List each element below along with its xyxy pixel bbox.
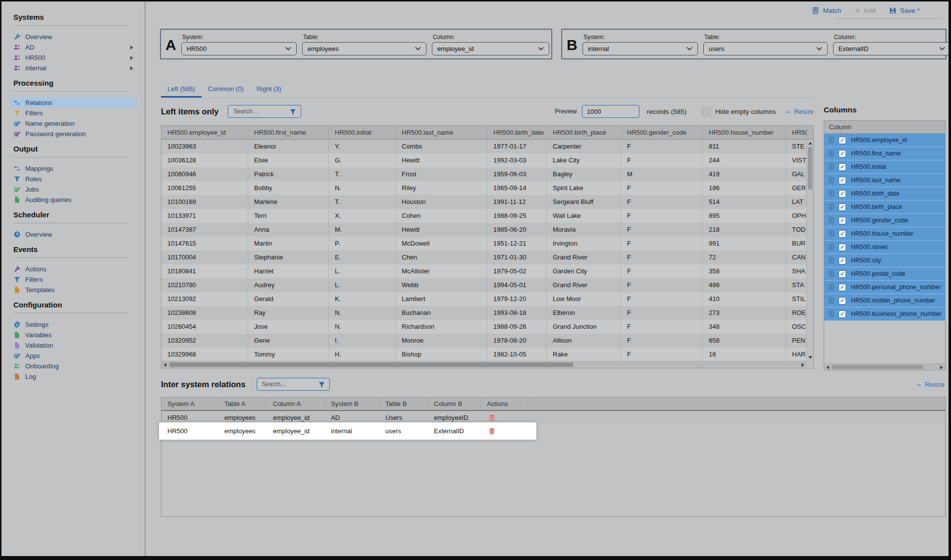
table-row[interactable]: 10320952GeneI.Monroe1978-08-20AllisonF65… bbox=[161, 334, 806, 348]
column-b-select[interactable]: ExternalID bbox=[833, 42, 951, 55]
scroll-up-arrow[interactable] bbox=[808, 142, 812, 145]
left-items-search[interactable] bbox=[228, 105, 301, 118]
column-header-hr500-last-name[interactable]: HR500.last_name bbox=[396, 126, 487, 139]
sidebar-item-apps[interactable]: Apps bbox=[10, 351, 137, 361]
sidebar-item-overview[interactable]: Overview bbox=[10, 32, 137, 42]
match-button[interactable]: Match bbox=[812, 7, 841, 14]
horizontal-scroll-thumb[interactable] bbox=[169, 362, 573, 367]
column-a-select[interactable]: employee_id bbox=[432, 42, 549, 55]
save-button[interactable]: Save * bbox=[889, 7, 920, 14]
table-row[interactable]: 10260454JoseN.Richardson1988-09-26Grand … bbox=[161, 320, 806, 334]
table-row[interactable]: 10238608RayN.Buchanan1993-08-18ElberonF2… bbox=[161, 306, 806, 320]
scroll-right-arrow[interactable] bbox=[801, 363, 804, 367]
relation-row[interactable]: HR500employeesemployee_idADUsersemployee… bbox=[161, 411, 945, 424]
table-row[interactable]: 10170004StephanieE.Chen1971-01-30Grand R… bbox=[161, 251, 806, 264]
column-item-hr500-mobile-phone-number[interactable]: ✓HR500.mobile_phone_number bbox=[824, 294, 945, 307]
column-item-hr500-street[interactable]: ✓HR500.street bbox=[824, 241, 945, 254]
columns-horizontal-scrollbar[interactable] bbox=[824, 363, 945, 370]
sidebar-item-actions[interactable]: Actions bbox=[10, 264, 137, 274]
sidebar-item-jobs[interactable]: Jobs bbox=[10, 184, 137, 195]
checkbox-checked[interactable]: ✓ bbox=[839, 137, 846, 144]
scroll-left-arrow[interactable] bbox=[826, 365, 829, 369]
relations-resize-link[interactable]: ⇔ Resize bbox=[915, 381, 945, 388]
column-header-hr500-initial[interactable]: HR500.initial bbox=[329, 126, 396, 139]
sidebar-item-validation[interactable]: Validation bbox=[10, 340, 137, 351]
column-item-hr500-postal-code[interactable]: ✓HR500.postal_code bbox=[824, 267, 945, 281]
table-row[interactable]: 10100169MarleneT.Houston1991-11-12Sergea… bbox=[161, 195, 806, 209]
column-item-hr500-birth-place[interactable]: ✓HR500.birth_place bbox=[824, 201, 945, 214]
table-a-select[interactable]: employees bbox=[302, 42, 426, 55]
table-row[interactable]: 10329968TommyH.Bishop1982-10-05RakeF16HA… bbox=[161, 348, 806, 361]
column-item-hr500-business-phone-number[interactable]: ✓HR500.business_phone_number bbox=[824, 307, 945, 321]
column-item-hr500-last-name[interactable]: ✓HR500.last_name bbox=[824, 174, 945, 187]
columns-scroll-thumb[interactable] bbox=[832, 365, 923, 369]
sidebar-item-mappings[interactable]: Mappings bbox=[10, 163, 137, 174]
table-row[interactable]: 10036128ElsieG.Hewitt1992-03-03Lake City… bbox=[161, 153, 806, 167]
checkbox-checked[interactable]: ✓ bbox=[839, 297, 846, 305]
checkbox-checked[interactable]: ✓ bbox=[839, 230, 846, 238]
column-header-hr500-first-name[interactable]: HR500.first_name bbox=[248, 126, 329, 139]
sidebar-item-auditing-queries[interactable]: Auditing queries bbox=[10, 195, 137, 205]
column-item-hr500-first-name[interactable]: ✓HR500.first_name bbox=[824, 147, 945, 160]
search-input[interactable] bbox=[261, 380, 318, 388]
system-a-select[interactable]: HR500 bbox=[181, 42, 297, 55]
table-row[interactable]: 10180841HarrietL.McAllister1979-05-02Gar… bbox=[161, 264, 806, 278]
sidebar-item-hr500[interactable]: HR500 bbox=[10, 52, 137, 63]
table-row[interactable]: 10060946PatrickT.Frost1959-06-03BagleyM4… bbox=[161, 167, 806, 181]
checkbox-checked[interactable]: ✓ bbox=[839, 177, 846, 184]
checkbox-checked[interactable]: ✓ bbox=[839, 270, 846, 278]
column-item-hr500-birth-date[interactable]: ✓HR500.birth_date bbox=[824, 187, 945, 201]
scroll-right-arrow[interactable] bbox=[940, 365, 943, 369]
table-row[interactable]: 10213092GeraldK.Lambert1979-12-20Low Moo… bbox=[161, 292, 806, 306]
vertical-scrollbar[interactable] bbox=[806, 140, 813, 361]
column-header-hr500-street[interactable]: HR500.street bbox=[786, 126, 807, 139]
checkbox-checked[interactable]: ✓ bbox=[839, 257, 846, 264]
checkbox-checked[interactable]: ✓ bbox=[839, 310, 846, 318]
hide-empty-checkbox[interactable] bbox=[701, 107, 711, 116]
sidebar-item-templates[interactable]: Templates bbox=[10, 285, 137, 295]
table-row[interactable]: 10023963EleanorY.Combs1977-01-17Carpente… bbox=[161, 140, 806, 153]
sidebar-item-relations[interactable]: Relations bbox=[10, 98, 137, 108]
sidebar-item-onboarding[interactable]: Onboarding bbox=[10, 361, 137, 371]
column-item-hr500-employee-id[interactable]: ✓HR500.employee_id bbox=[824, 134, 945, 147]
sidebar-item-password-generation[interactable]: Password generation bbox=[10, 129, 137, 139]
table-row[interactable]: 10147615MartinP.McDowell1951-12-21Irving… bbox=[161, 237, 806, 251]
table-b-select[interactable]: users bbox=[703, 42, 828, 55]
checkbox-checked[interactable]: ✓ bbox=[839, 284, 846, 291]
column-item-hr500-city[interactable]: ✓HR500.city bbox=[824, 254, 945, 267]
column-item-hr500-house-number[interactable]: ✓HR500.house_number bbox=[824, 227, 945, 241]
scroll-left-arrow[interactable] bbox=[163, 363, 166, 367]
vertical-scroll-thumb[interactable] bbox=[808, 147, 812, 190]
sidebar-item-roles[interactable]: Roles bbox=[10, 174, 137, 184]
sidebar-item-name-generation[interactable]: Name generation bbox=[10, 118, 137, 129]
sidebar-item-ad[interactable]: AD bbox=[10, 42, 137, 52]
table-row[interactable]: 10210780AudreyL.Webb1994-05-01Grand Rive… bbox=[161, 278, 806, 292]
checkbox-checked[interactable]: ✓ bbox=[839, 204, 846, 211]
sidebar-item-filters[interactable]: Filters bbox=[10, 274, 137, 285]
relations-search[interactable] bbox=[257, 378, 330, 391]
checkbox-checked[interactable]: ✓ bbox=[839, 150, 846, 157]
search-input[interactable] bbox=[232, 107, 289, 115]
column-header-hr500-birth-place[interactable]: HR500.birth_place bbox=[547, 126, 621, 139]
sidebar-item-settings[interactable]: Settings bbox=[10, 319, 137, 330]
column-item-hr500-personal-phone-number[interactable]: ✓HR500.personal_phone_number bbox=[824, 281, 945, 294]
table-row[interactable]: 10133971TerriX.Cohen1988-09-25Wall LakeF… bbox=[161, 209, 806, 223]
checkbox-checked[interactable]: ✓ bbox=[839, 190, 846, 198]
checkbox-checked[interactable]: ✓ bbox=[839, 163, 846, 171]
checkbox-checked[interactable]: ✓ bbox=[839, 217, 846, 224]
column-header-hr500-house-number[interactable]: HR500.house_number bbox=[703, 126, 786, 139]
sidebar-item-variables[interactable]: Variables bbox=[10, 330, 137, 340]
table-row[interactable]: 10061255BobbyN.Riley1965-09-14Spirit Lak… bbox=[161, 181, 806, 195]
tab-left-585[interactable]: Left (585) bbox=[161, 81, 202, 98]
preview-count-input[interactable] bbox=[582, 105, 639, 118]
scroll-down-arrow[interactable] bbox=[808, 356, 812, 359]
system-b-select[interactable]: internal bbox=[582, 42, 698, 55]
add-button[interactable]: + Add bbox=[855, 6, 875, 15]
delete-relation-button[interactable] bbox=[488, 427, 495, 435]
horizontal-scrollbar[interactable] bbox=[161, 361, 806, 368]
column-header-hr500-birth-date[interactable]: HR500.birth_date bbox=[487, 126, 547, 139]
tab-right-3[interactable]: Right (3) bbox=[250, 81, 288, 98]
tab-common-0[interactable]: Common (0) bbox=[202, 81, 250, 98]
sidebar-item-internal[interactable]: internal bbox=[10, 63, 137, 73]
sidebar-item-overview[interactable]: Overview bbox=[10, 229, 137, 240]
